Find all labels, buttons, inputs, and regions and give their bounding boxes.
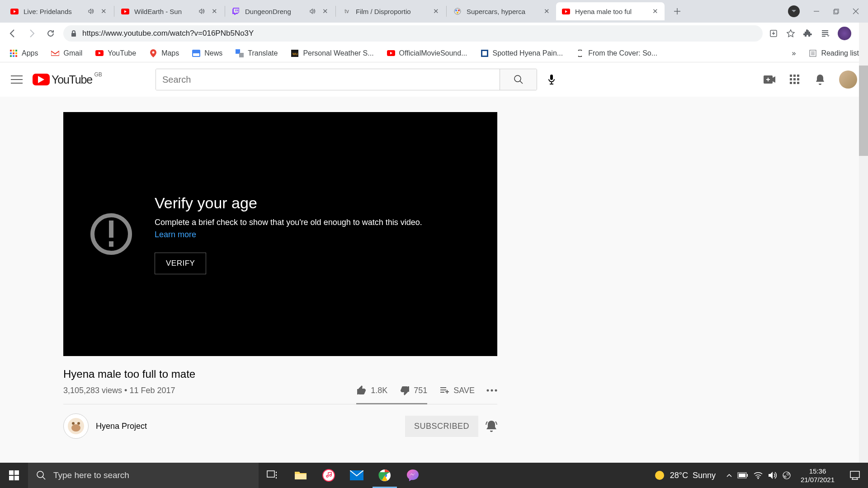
view-count-date: 3,105,283 views • 11 Feb 2017 [63, 386, 175, 395]
window-close-button[interactable] [853, 8, 859, 14]
account-avatar[interactable] [839, 70, 857, 89]
scroll-thumb[interactable] [859, 66, 868, 156]
create-button[interactable] [763, 73, 776, 86]
youtube-logo[interactable]: YouTube GB [33, 73, 92, 86]
mail-button[interactable] [343, 463, 371, 488]
task-view-button[interactable] [259, 463, 287, 488]
tab-pridelands[interactable]: Live: Pridelands ✕ [5, 2, 113, 20]
chrome-profile-button[interactable] [788, 5, 800, 17]
tab-wildearth[interactable]: WildEarth - Sun ✕ [115, 2, 224, 20]
svg-rect-57 [14, 470, 19, 475]
close-icon[interactable]: ✕ [321, 7, 329, 15]
bookmark-weather[interactable]: wuPersonal Weather S... [290, 49, 373, 58]
svg-rect-58 [9, 476, 14, 480]
bookmark-hyena[interactable]: Spotted Hyena Pain... [480, 49, 563, 58]
taskbar-search[interactable]: Type here to search [28, 463, 259, 488]
tray-chevron-icon[interactable] [726, 474, 732, 477]
bookmark-apps[interactable]: Apps [9, 49, 38, 58]
svg-point-35 [514, 75, 521, 82]
clock[interactable]: 15:36 21/07/2021 [797, 467, 838, 484]
forward-button[interactable] [25, 27, 38, 40]
bookmark-label: OfficialMovieSound... [399, 49, 467, 57]
sun-icon [654, 469, 665, 481]
subscribe-button[interactable]: SUBSCRIBED [405, 416, 478, 437]
news-icon [192, 49, 201, 58]
youtube-favicon-icon [121, 7, 130, 16]
learn-more-link[interactable]: Learn more [155, 230, 196, 239]
reading-list-button[interactable]: Reading list [808, 49, 859, 58]
reload-button[interactable] [44, 27, 57, 40]
new-tab-button[interactable] [669, 3, 685, 19]
svg-point-55 [77, 422, 80, 425]
action-center-icon[interactable] [844, 471, 865, 480]
tab-hyena-active[interactable]: Hyena male too ful ✕ [556, 2, 665, 20]
bookmark-label: Translate [248, 49, 278, 57]
close-icon[interactable]: ✕ [432, 7, 440, 15]
verify-button[interactable]: VERIFY [155, 253, 206, 274]
video-player[interactable]: Verify your age Complete a brief check t… [63, 112, 497, 356]
reading-list-icon[interactable] [821, 29, 830, 38]
bookmark-cover[interactable]: From the Cover: So... [576, 49, 657, 58]
audio-icon[interactable] [198, 8, 205, 14]
close-icon[interactable]: ✕ [210, 7, 218, 15]
bookmarks-overflow[interactable]: » [792, 49, 796, 57]
svg-text:wu: wu [292, 52, 298, 56]
maximize-button[interactable] [833, 9, 839, 14]
more-actions-button[interactable] [486, 389, 497, 392]
save-button[interactable]: SAVE [439, 385, 475, 396]
itunes-button[interactable] [315, 463, 343, 488]
like-count: 1.8K [371, 386, 387, 395]
close-icon[interactable]: ✕ [651, 7, 659, 15]
bookmark-moviesound[interactable]: OfficialMovieSound... [387, 49, 467, 58]
install-icon[interactable] [769, 29, 778, 38]
close-icon[interactable]: ✕ [542, 7, 551, 15]
generic-favicon-icon [480, 49, 489, 58]
voice-search-button[interactable] [541, 69, 562, 90]
messenger-button[interactable] [399, 463, 427, 488]
notifications-button[interactable] [814, 73, 826, 86]
bookmark-gmail[interactable]: Gmail [51, 49, 82, 58]
start-button[interactable] [0, 463, 28, 488]
profile-avatar[interactable] [838, 27, 851, 40]
svg-rect-43 [797, 78, 799, 80]
tab-title: Live: Pridelands [24, 8, 85, 15]
battery-icon[interactable] [737, 472, 748, 479]
bookmark-label: Gmail [63, 49, 82, 57]
bookmark-news[interactable]: News [192, 49, 222, 58]
tab-supercars[interactable]: Supercars, hyperca ✕ [448, 2, 556, 20]
tab-film[interactable]: tv Film / Disproportio ✕ [337, 2, 445, 20]
svg-point-54 [72, 422, 75, 425]
search-button[interactable] [500, 69, 537, 90]
bookmark-star-icon[interactable] [786, 29, 795, 38]
bookmark-maps[interactable]: Maps [149, 49, 179, 58]
dislike-button[interactable]: 751 [399, 385, 427, 396]
svg-rect-19 [15, 52, 17, 54]
audio-icon[interactable] [88, 8, 94, 14]
file-explorer-button[interactable] [287, 463, 315, 488]
chrome-button[interactable] [371, 463, 399, 488]
search-input[interactable] [156, 69, 500, 90]
steam-icon[interactable] [783, 471, 791, 479]
scrollbar[interactable] [859, 23, 868, 463]
guide-menu-button[interactable] [11, 75, 23, 84]
volume-icon[interactable] [768, 471, 777, 479]
channel-name[interactable]: Hyena Project [96, 422, 147, 431]
channel-avatar[interactable] [63, 413, 89, 439]
bookmark-youtube[interactable]: YouTube [95, 49, 136, 58]
like-button[interactable]: 1.8K [356, 385, 387, 396]
apps-button[interactable] [788, 73, 801, 86]
wifi-icon[interactable] [754, 472, 763, 479]
search-icon [36, 470, 46, 480]
minimize-button[interactable] [813, 8, 820, 14]
bookmark-translate[interactable]: Translate [235, 49, 278, 58]
back-button[interactable] [6, 27, 19, 40]
weather-widget[interactable]: 28°C Sunny [649, 469, 720, 481]
close-icon[interactable]: ✕ [99, 7, 108, 15]
extensions-icon[interactable] [803, 29, 812, 38]
tab-twitch[interactable]: DungeonDreng ✕ [226, 2, 335, 20]
svg-rect-33 [482, 51, 487, 56]
notification-bell-button[interactable] [486, 419, 497, 433]
svg-rect-79 [850, 471, 859, 478]
audio-icon[interactable] [309, 8, 316, 14]
url-input[interactable]: https://www.youtube.com/watch?v=016PNb5N… [63, 25, 763, 42]
